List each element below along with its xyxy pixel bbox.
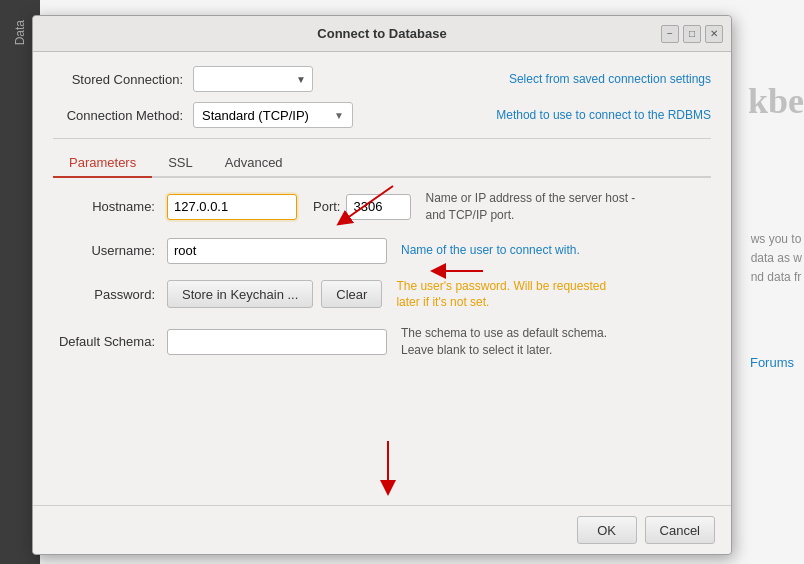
hostname-hint: Name or IP address of the server host - … [425,190,645,224]
footer-arrow [373,436,403,499]
password-label: Password: [57,287,167,302]
default-schema-row: Default Schema: The schema to use as def… [57,325,707,359]
maximize-button[interactable]: □ [683,25,701,43]
dialog-footer: OK Cancel [33,505,731,554]
close-button[interactable]: ✕ [705,25,723,43]
sidebar-label: Data [13,20,27,45]
stored-connection-hint: Select from saved connection settings [509,72,711,86]
username-input[interactable] [167,238,387,264]
cancel-button[interactable]: Cancel [645,516,715,544]
password-row: Password: Store in Keychain ... Clear Th… [57,278,707,312]
username-arrow [428,256,488,289]
parameter-tabs: Parameters SSL Advanced [53,149,711,178]
bg-description-text: ws you todata as wnd data fr [751,230,802,288]
default-schema-hint: The schema to use as default schema. Lea… [401,325,621,359]
password-controls: Store in Keychain ... Clear [167,280,382,308]
window-controls: − □ ✕ [661,25,723,43]
connection-method-select[interactable]: Standard (TCP/IP) ▼ [193,102,353,128]
tab-ssl[interactable]: SSL [152,149,209,178]
username-label: Username: [57,243,167,258]
store-in-keychain-button[interactable]: Store in Keychain ... [167,280,313,308]
stored-connection-select[interactable]: ▼ [193,66,313,92]
default-schema-label: Default Schema: [57,334,167,349]
stored-connection-label: Stored Connection: [53,72,193,87]
chevron-down-icon: ▼ [334,110,344,121]
dialog-title: Connect to Database [317,26,446,41]
hostname-input[interactable] [167,194,297,220]
connect-to-database-dialog: Connect to Database − □ ✕ Stored Connect… [32,15,732,555]
hostname-label: Hostname: [57,199,167,214]
connection-method-hint: Method to use to connect to the RDBMS [496,108,711,122]
bg-brand-text: kbe [748,80,804,122]
clear-password-button[interactable]: Clear [321,280,382,308]
connection-method-value: Standard (TCP/IP) [202,108,309,123]
dialog-title-bar: Connect to Database − □ ✕ [33,16,731,52]
tab-advanced[interactable]: Advanced [209,149,299,178]
connection-method-row: Connection Method: Standard (TCP/IP) ▼ M… [53,102,711,128]
username-row: Username: Name of the user to connect wi… [57,238,707,264]
section-divider [53,138,711,139]
bg-forums-link[interactable]: Forums [750,355,794,370]
connection-method-label: Connection Method: [53,108,193,123]
hostname-arrow [323,181,403,234]
stored-connection-row: Stored Connection: ▼ Select from saved c… [53,66,711,92]
minimize-button[interactable]: − [661,25,679,43]
default-schema-input[interactable] [167,329,387,355]
tab-parameters[interactable]: Parameters [53,149,152,178]
chevron-down-icon: ▼ [296,74,306,85]
ok-button[interactable]: OK [577,516,637,544]
